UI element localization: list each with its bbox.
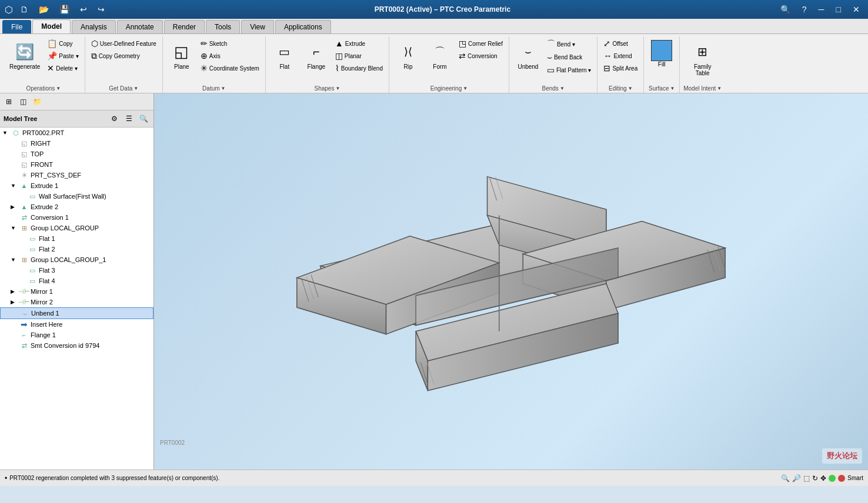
- tree-item-group-local[interactable]: ▼ ⊞ Group LOCAL_GROUP: [0, 223, 153, 233]
- copy-icon: 📋: [47, 39, 57, 48]
- tree-item-flange1[interactable]: ⌐ Flange 1: [0, 330, 153, 340]
- extend-button[interactable]: ↔ Extend: [601, 50, 640, 62]
- tree-expand-mirror1[interactable]: ▶: [11, 289, 19, 294]
- family-table-button[interactable]: ⊞ FamilyTable: [687, 38, 718, 79]
- search-icon[interactable]: 🔍: [777, 4, 794, 15]
- rip-button[interactable]: ⟩⟨ Rip: [393, 38, 423, 72]
- surface-expand-icon[interactable]: ▼: [670, 86, 675, 91]
- save-icon[interactable]: 💾: [56, 4, 73, 15]
- tree-item-top[interactable]: ◱ TOP: [0, 149, 153, 159]
- viewport[interactable]: PRT0002 野火论坛: [154, 93, 868, 470]
- tree-item-flat2[interactable]: ▭ Flat 2: [0, 244, 153, 254]
- bend-button[interactable]: ⌒ Bend ▾: [545, 38, 593, 51]
- tree-view-icon[interactable]: ☰: [122, 112, 135, 125]
- planar-label: Planar: [345, 53, 362, 59]
- axis-button[interactable]: ⊕ Axis: [198, 50, 262, 62]
- sketch-button[interactable]: ✏ Sketch: [198, 38, 262, 49]
- tree-settings-icon[interactable]: ⚙: [108, 112, 121, 125]
- flange-button[interactable]: ⌐ Flange: [301, 38, 332, 72]
- engineering-expand-icon[interactable]: ▼: [463, 86, 468, 91]
- tab-analysis[interactable]: Analysis: [72, 20, 116, 33]
- tree-item-front[interactable]: ◱ FRONT: [0, 159, 153, 170]
- tree-item-mirror2[interactable]: ▶ ⊣⊢ Mirror 2: [0, 297, 153, 307]
- tree-item-conversion1[interactable]: ⇄ Conversion 1: [0, 212, 153, 223]
- bends-expand-icon[interactable]: ▼: [560, 86, 565, 91]
- tree-label-flat3: Flat 3: [39, 267, 55, 274]
- view-icon[interactable]: ⬚: [803, 474, 810, 482]
- zoom-out-icon[interactable]: 🔎: [792, 474, 801, 482]
- extrude-button[interactable]: ▲ Extrude: [333, 38, 385, 49]
- coord-sys-button[interactable]: ✳ Coordinate System: [198, 62, 262, 74]
- tree-item-wall[interactable]: ▭ Wall Surface(First Wall): [0, 191, 153, 202]
- tree-item-flat4[interactable]: ▭ Flat 4: [0, 276, 153, 286]
- tree-item-unbend1[interactable]: ⌣ Unbend 1: [0, 307, 153, 319]
- tab-tools[interactable]: Tools: [206, 20, 240, 33]
- tree-search-icon[interactable]: 🔍: [137, 112, 150, 125]
- form-button[interactable]: ⌒ Form: [425, 38, 455, 72]
- tab-model[interactable]: Model: [32, 19, 71, 33]
- tree-item-root[interactable]: ▼ ⬡ PRT0002.PRT: [0, 128, 153, 138]
- tree-item-right[interactable]: ◱ RIGHT: [0, 138, 153, 149]
- tree-expand-extrude2[interactable]: ▶: [11, 204, 19, 210]
- tree-item-insert-here[interactable]: ➡ Insert Here: [0, 319, 153, 330]
- redo-icon[interactable]: ↪: [94, 4, 108, 15]
- fill-button[interactable]: Fill: [647, 38, 676, 70]
- panel-layer-icon[interactable]: ◫: [16, 95, 29, 108]
- tree-item-mirror1[interactable]: ▶ ⊣⊢ Mirror 1: [0, 286, 153, 297]
- model-intent-expand-icon[interactable]: ▼: [717, 86, 722, 91]
- tree-item-flat1[interactable]: ▭ Flat 1: [0, 233, 153, 244]
- pan-icon[interactable]: ✥: [820, 474, 826, 482]
- tab-render[interactable]: Render: [164, 20, 205, 33]
- shapes-expand-icon[interactable]: ▼: [335, 86, 340, 91]
- unbend-button[interactable]: ⌣ Unbend: [513, 38, 543, 72]
- boundary-blend-button[interactable]: ⌇ Boundary Blend: [333, 62, 385, 74]
- rotate-icon[interactable]: ↻: [812, 474, 818, 482]
- copy-button[interactable]: 📋 Copy: [45, 38, 81, 49]
- planar-button[interactable]: ◫ Planar: [333, 50, 385, 62]
- open-icon[interactable]: 📂: [35, 4, 52, 15]
- tree-expand-mirror2[interactable]: ▶: [11, 299, 19, 305]
- tab-file[interactable]: File: [2, 20, 31, 33]
- panel-tree-icon[interactable]: ⊞: [2, 95, 15, 108]
- tab-annotate[interactable]: Annotate: [117, 20, 163, 33]
- help-icon[interactable]: ?: [799, 4, 810, 15]
- regenerate-button[interactable]: 🔄 Regenerate: [6, 38, 44, 72]
- split-area-button[interactable]: ⊟ Split Area: [601, 62, 640, 74]
- tree-item-smt[interactable]: ⇄ Smt Conversion id 9794: [0, 340, 153, 351]
- tree-expand-group-local[interactable]: ▼: [11, 225, 19, 231]
- tree-item-extrude2[interactable]: ▶ ▲ Extrude 2: [0, 202, 153, 212]
- plane-button[interactable]: ◱ Plane: [166, 38, 197, 72]
- bend-back-button[interactable]: ⌣ Bend Back: [545, 51, 593, 63]
- tree-item-group-local1[interactable]: ▼ ⊞ Group LOCAL_GROUP_1: [0, 254, 153, 265]
- close-icon[interactable]: ✕: [849, 4, 863, 15]
- paste-button[interactable]: 📌 Paste ▾: [45, 50, 81, 62]
- datum-expand-icon[interactable]: ▼: [221, 86, 226, 91]
- editing-expand-icon[interactable]: ▼: [628, 86, 633, 91]
- minimize-icon[interactable]: ─: [815, 4, 828, 15]
- tree-expand-root[interactable]: ▼: [2, 130, 11, 136]
- tree-item-flat3[interactable]: ▭ Flat 3: [0, 265, 153, 276]
- tab-view[interactable]: View: [241, 20, 274, 33]
- maximize-icon[interactable]: □: [833, 4, 844, 15]
- operations-expand-icon[interactable]: ▼: [56, 86, 61, 91]
- get-data-expand-icon[interactable]: ▼: [133, 86, 138, 91]
- tree-item-extrude1[interactable]: ▼ ▲ Extrude 1: [0, 180, 153, 191]
- model-svg: [154, 93, 868, 470]
- undo-icon[interactable]: ↩: [76, 4, 91, 15]
- panel-folder-icon[interactable]: 📁: [31, 95, 44, 108]
- tree-expand-group-local1[interactable]: ▼: [11, 257, 19, 263]
- new-icon[interactable]: 🗋: [16, 4, 32, 15]
- copy-geometry-button[interactable]: ⧉ Copy Geometry: [89, 50, 159, 62]
- delete-button[interactable]: ✕ Delete ▾: [45, 62, 81, 74]
- conversion-button[interactable]: ⇄ Conversion: [456, 50, 505, 62]
- corner-relief-button[interactable]: ◳ Corner Relief: [456, 38, 505, 49]
- zoom-in-icon[interactable]: 🔍: [781, 474, 790, 482]
- user-defined-feature-button[interactable]: ⬡ User-Defined Feature: [89, 38, 159, 49]
- tree-expand-extrude1[interactable]: ▼: [11, 183, 19, 189]
- tree-item-csys[interactable]: ✳ PRT_CSYS_DEF: [0, 170, 153, 180]
- tab-applications[interactable]: Applications: [275, 20, 331, 33]
- offset-button[interactable]: ⤢ Offset: [601, 38, 640, 49]
- tree-icon-extrude2: ▲: [19, 202, 29, 212]
- flat-pattern-button[interactable]: ▭ Flat Pattern ▾: [545, 64, 593, 76]
- flat-button[interactable]: ▭ Flat: [269, 38, 300, 72]
